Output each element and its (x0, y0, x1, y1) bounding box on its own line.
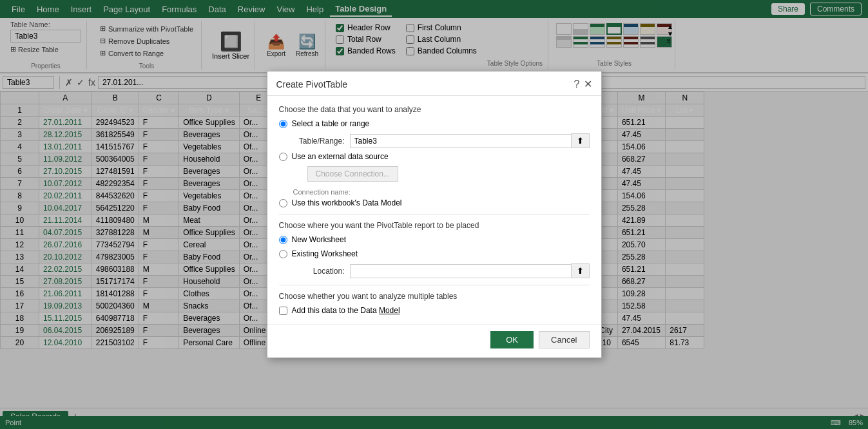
radio-new-worksheet-label: New Worksheet (292, 235, 346, 244)
modal-body: Choose the data that you want to analyze… (267, 96, 601, 324)
table-range-picker-button[interactable]: ⬆ (571, 133, 590, 148)
table-range-field: ⬆ (350, 133, 590, 148)
add-data-model-row: Add this data to the Data Model (279, 306, 590, 315)
radio-select-table[interactable] (279, 120, 287, 128)
modal-title: Create PivotTable (276, 79, 348, 90)
radio-external-source-label: Use an external data source (292, 152, 389, 161)
modal-titlebar: Create PivotTable ? ✕ (267, 72, 601, 96)
modal-divider-2 (279, 285, 590, 285)
radio-external-source-row: Use an external data source (279, 152, 590, 161)
location-field: ⬆ (350, 263, 590, 278)
radio-existing-worksheet[interactable] (279, 250, 287, 258)
location-picker-button[interactable]: ⬆ (571, 263, 590, 278)
ok-button[interactable]: OK (490, 331, 534, 348)
table-range-label: Table/Range: (293, 137, 345, 146)
add-data-model-checkbox[interactable] (279, 307, 287, 315)
choose-connection-button[interactable]: Choose Connection... (307, 166, 398, 182)
radio-existing-worksheet-label: Existing Worksheet (292, 249, 358, 258)
radio-data-model-row: Use this workbook's Data Model (279, 198, 590, 207)
model-underline: Model (379, 306, 400, 315)
cancel-button[interactable]: Cancel (539, 331, 589, 348)
add-data-model-label: Add this data to the Data Model (292, 306, 400, 315)
radio-new-worksheet-row: New Worksheet (279, 235, 590, 244)
section3-title: Choose whether you want to analyze multi… (279, 292, 590, 301)
location-input[interactable] (350, 264, 571, 278)
create-pivot-modal: Create PivotTable ? ✕ Choose the data th… (267, 71, 602, 358)
modal-close-button[interactable]: ✕ (584, 78, 592, 90)
modal-overlay: Create PivotTable ? ✕ Choose the data th… (0, 0, 868, 424)
table-range-input[interactable] (350, 134, 571, 148)
modal-footer: OK Cancel (267, 324, 601, 358)
location-label: Location: (293, 267, 345, 276)
radio-data-model[interactable] (279, 199, 287, 207)
radio-external-source[interactable] (279, 153, 287, 161)
modal-divider-1 (279, 214, 590, 214)
location-row: Location: ⬆ (279, 263, 590, 278)
section1-title: Choose the data that you want to analyze (279, 105, 590, 114)
table-range-row: Table/Range: ⬆ (279, 133, 590, 148)
modal-help-icon[interactable]: ? (574, 79, 580, 90)
modal-controls: ? ✕ (574, 78, 592, 90)
connection-name-label: Connection name: (279, 188, 590, 196)
radio-existing-worksheet-row: Existing Worksheet (279, 249, 590, 258)
radio-new-worksheet[interactable] (279, 236, 287, 244)
radio-select-table-label: Select a table or range (292, 119, 370, 128)
radio-data-model-label: Use this workbook's Data Model (292, 198, 402, 207)
section2-title: Choose where you want the PivotTable rep… (279, 221, 590, 230)
radio-select-table-row: Select a table or range (279, 119, 590, 128)
